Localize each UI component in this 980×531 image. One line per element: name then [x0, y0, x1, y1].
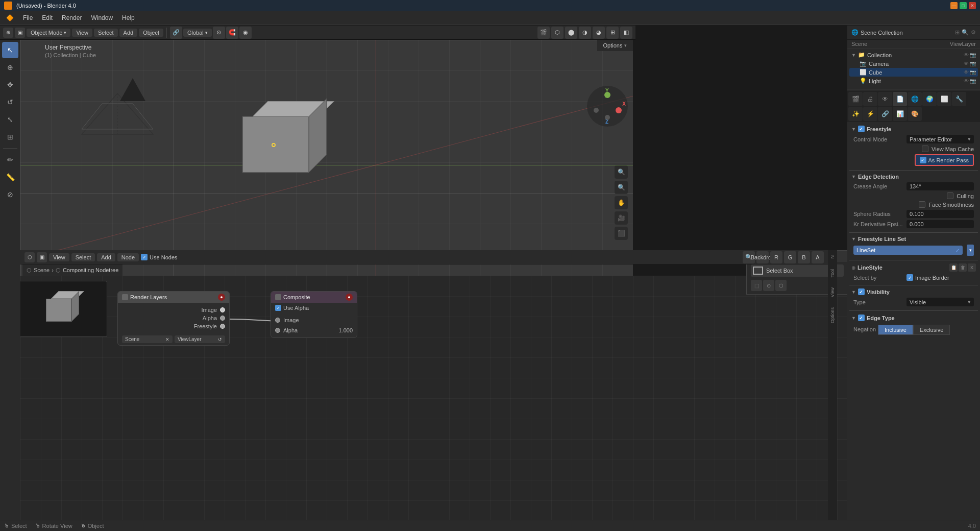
camera-vis-icon[interactable]: 👁: [964, 61, 969, 66]
node-view-menu[interactable]: View: [49, 253, 69, 261]
tool-measure[interactable]: 📏: [2, 169, 18, 185]
tool-add[interactable]: ⊘: [2, 186, 18, 203]
tool-cursor[interactable]: ⊕: [2, 59, 18, 76]
gizmo-compass[interactable]: Y X Z: [587, 86, 628, 127]
tool-move[interactable]: ✥: [2, 77, 18, 93]
overlay-btn[interactable]: ⊞: [606, 27, 619, 39]
props-scene-tab[interactable]: 🌐: [908, 92, 922, 106]
options-icon[interactable]: ⚙: [971, 29, 976, 36]
menu-window[interactable]: Window: [87, 13, 117, 22]
menu-render[interactable]: Render: [58, 13, 86, 22]
crease-angle-value[interactable]: 134°: [906, 182, 974, 190]
use-alpha-checkbox[interactable]: ✓: [275, 305, 281, 311]
props-physics-tab[interactable]: ⚡: [863, 107, 877, 121]
node-editor-icon2[interactable]: ▣: [37, 252, 47, 262]
props-material-tab[interactable]: 🎨: [908, 107, 922, 121]
cube-vis-icon[interactable]: 👁: [964, 69, 969, 75]
object-mode-dropdown[interactable]: Object Mode: [27, 29, 70, 37]
global-dropdown[interactable]: Global: [183, 29, 212, 37]
node-select-menu[interactable]: Select: [71, 253, 95, 261]
props-view-tab[interactable]: 👁: [878, 92, 892, 106]
inclusive-btn[interactable]: Inclusive: [878, 325, 913, 335]
tool-icon-3[interactable]: ⬡: [775, 280, 787, 291]
socket-comp-alpha-in[interactable]: [275, 328, 280, 333]
image-border-checkbox[interactable]: ✓: [906, 274, 913, 281]
proportional-btn[interactable]: ◉: [239, 27, 252, 39]
pan-btn[interactable]: ✋: [615, 196, 628, 209]
linestyle-btn2[interactable]: 🗑: [959, 263, 967, 272]
socket-alpha-out[interactable]: [220, 316, 225, 321]
render-layers-close-btn[interactable]: ●: [218, 294, 225, 301]
render-icon[interactable]: 📷: [970, 52, 976, 58]
render-layers-node[interactable]: Render Layers ● Image Alpha Freestyle Sc…: [117, 291, 230, 346]
props-modifier-tab[interactable]: 🔧: [952, 92, 966, 106]
props-output-tab[interactable]: 🖨: [863, 92, 877, 106]
viewport-shading-material[interactable]: ◑: [579, 27, 591, 39]
zoom-in-btn[interactable]: 🔍: [615, 165, 628, 179]
light-vis-icon[interactable]: 👁: [964, 78, 969, 84]
exclusive-btn[interactable]: Exclusive: [913, 325, 950, 335]
edge-type-checkbox[interactable]: ✓: [858, 315, 865, 321]
freestyle-checkbox[interactable]: ✓: [858, 126, 865, 132]
pivot-btn[interactable]: ⊙: [213, 27, 225, 39]
use-nodes-toggle[interactable]: ✓ Use Nodes: [141, 254, 177, 260]
node-view-icon2[interactable]: G: [784, 251, 796, 263]
sphere-radius-value[interactable]: 0.100: [906, 210, 974, 218]
viewport-shading-render[interactable]: ◕: [593, 27, 605, 39]
camera-view-btn[interactable]: 🎥: [615, 211, 628, 225]
tool-icon-1[interactable]: ⬚: [751, 280, 762, 291]
node-backdrop-btn[interactable]: Backdrop: [756, 251, 769, 263]
transform-gizmo-btn[interactable]: 🔗: [170, 27, 182, 39]
minimize-button[interactable]: —: [950, 2, 958, 9]
menu-file[interactable]: File: [19, 13, 37, 22]
lineset-header[interactable]: ▼ Freestyle Line Set: [849, 234, 978, 244]
as-render-pass-btn[interactable]: ✓ As Render Pass: [915, 154, 974, 166]
viewport-3d[interactable]: User Perspective (1) Collection | Cube Y…: [20, 40, 633, 281]
type-value[interactable]: Visible: [906, 298, 974, 306]
props-object-tab[interactable]: ⬜: [937, 92, 951, 106]
as-render-pass-checkbox[interactable]: ✓: [920, 157, 926, 163]
linestyle-btn1[interactable]: 📋: [949, 263, 958, 272]
side-tab-n[interactable]: N: [830, 255, 835, 259]
node-node-menu[interactable]: Node: [117, 253, 139, 261]
tree-item-camera[interactable]: 📷 Camera 👁 📷: [849, 59, 978, 68]
menu-edit[interactable]: Edit: [38, 13, 57, 22]
tool-annotate[interactable]: ✏: [2, 152, 18, 168]
viewport-shading-solid[interactable]: ⬤: [565, 27, 577, 39]
light-render-icon[interactable]: 📷: [970, 78, 976, 84]
props-data-tab[interactable]: 📊: [893, 107, 907, 121]
use-nodes-checkbox[interactable]: ✓: [141, 254, 148, 260]
node-view-icon1[interactable]: R: [770, 251, 782, 263]
culling-checkbox[interactable]: [947, 192, 953, 199]
tool-select[interactable]: ↖: [2, 42, 18, 58]
tree-item-collection[interactable]: ▼ 📁 Collection 👁 📷: [849, 51, 978, 59]
tool-transform[interactable]: ⊞: [2, 129, 18, 145]
node-editor-type-icon[interactable]: ⬡: [24, 252, 35, 262]
tool-rotate[interactable]: ↺: [2, 94, 18, 110]
breadcrumb-scene[interactable]: Scene: [34, 267, 50, 273]
viewlayer-dropdown[interactable]: ViewLayer ↺: [175, 335, 225, 343]
control-mode-value[interactable]: Parameter Editor: [906, 135, 974, 143]
render-icon-btn[interactable]: 🎬: [537, 27, 550, 39]
kr-derivative-value[interactable]: 0.000: [906, 220, 974, 228]
object-menu[interactable]: Object: [139, 29, 163, 37]
viewport-icon-btn2[interactable]: ▣: [15, 28, 25, 38]
props-particles-tab[interactable]: ✨: [848, 107, 863, 121]
freestyle-header[interactable]: ▼ ✓ Freestyle: [849, 124, 978, 134]
composite-close-btn[interactable]: ●: [346, 294, 353, 301]
face-smoothness-checkbox[interactable]: [919, 201, 925, 208]
socket-freestyle-out[interactable]: [220, 324, 225, 329]
cube-render-icon[interactable]: 📷: [970, 69, 976, 75]
snap-btn[interactable]: 🧲: [226, 27, 238, 39]
viewport-shading-wire[interactable]: ⬡: [551, 27, 564, 39]
side-tab-tool[interactable]: Tool: [830, 269, 835, 278]
edge-detection-header[interactable]: ▼ Edge Detection: [849, 172, 978, 181]
socket-image-out[interactable]: [220, 307, 225, 312]
options-button[interactable]: Options ▾: [597, 40, 633, 51]
side-tab-view[interactable]: View: [830, 287, 835, 297]
viewport-icon-btn[interactable]: ⊕: [3, 28, 13, 38]
zoom-out-btn[interactable]: 🔍: [615, 181, 628, 194]
props-world-tab[interactable]: 🌍: [922, 92, 937, 106]
lineset-input[interactable]: LineSet ✓: [853, 246, 963, 255]
scene-dropdown[interactable]: Scene ✕: [122, 335, 173, 343]
